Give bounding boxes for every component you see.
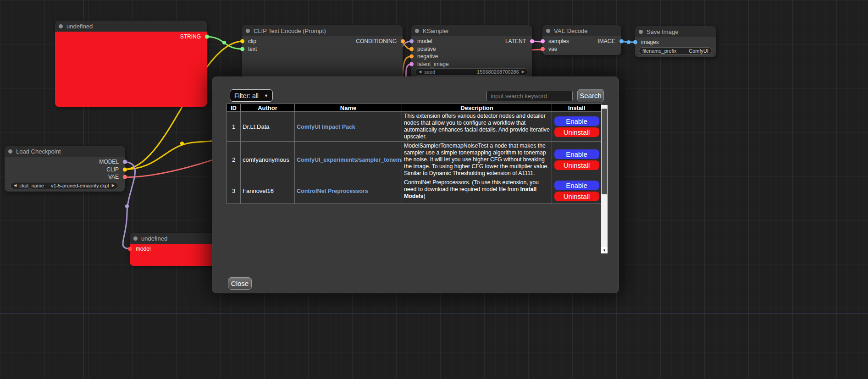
- input-label: latent_image: [417, 61, 449, 67]
- node-load-checkpoint[interactable]: Load Checkpoint MODEL CLIP VAE ◀ ckpt_na…: [5, 146, 125, 192]
- table-row: 2 comfyanonymous ComfyUI_experiments/sam…: [227, 142, 602, 178]
- node-undefined-bottom[interactable]: undefined model: [130, 233, 221, 266]
- input-label: negative: [417, 53, 438, 60]
- enable-button[interactable]: Enable: [554, 116, 599, 126]
- output-label: STRING: [180, 33, 201, 40]
- seed-widget[interactable]: ◀ seed 156680208700286 ▶: [415, 68, 528, 76]
- comfyui-canvas[interactable]: undefined STRING CLIP Text Encode (Promp…: [0, 0, 868, 379]
- node-title: undefined: [141, 235, 167, 242]
- row-author: Fannovel16: [241, 178, 295, 204]
- filename-prefix-value: ComfyUI: [689, 48, 708, 54]
- search-button[interactable]: Search: [577, 89, 604, 102]
- input-label: positive: [417, 46, 436, 52]
- filter-select[interactable]: Filter: all: [230, 89, 273, 102]
- node-title-bar[interactable]: VAE Decode: [542, 25, 621, 36]
- input-slot-text: text: [242, 45, 403, 53]
- latent-image-input-dot[interactable]: [409, 62, 414, 66]
- decrement-arrow-icon[interactable]: ◀: [419, 70, 421, 74]
- positive-input-dot[interactable]: [409, 47, 414, 51]
- node-vae-decode[interactable]: VAE Decode samples vae IMAGE: [542, 25, 621, 55]
- row-description: This extension offers various detector n…: [402, 112, 552, 142]
- table-scrollbar[interactable]: ▼: [601, 105, 608, 253]
- input-label: text: [248, 46, 257, 52]
- extension-link[interactable]: ControlNet Preprocessors: [297, 188, 368, 194]
- custom-nodes-manager-dialog: Filter: all ▼ Search ID Author Name Desc…: [212, 77, 619, 293]
- clip-output-dot[interactable]: [123, 167, 127, 171]
- node-title-bar[interactable]: undefined: [130, 233, 221, 244]
- output-slot-vae: VAE: [5, 173, 125, 181]
- collapse-dot-icon[interactable]: [639, 30, 643, 34]
- collapse-dot-icon[interactable]: [246, 29, 250, 33]
- uninstall-button[interactable]: Uninstall: [554, 160, 599, 170]
- column-header-id: ID: [227, 104, 241, 112]
- input-label: vae: [548, 46, 557, 52]
- close-button[interactable]: Close: [228, 277, 252, 290]
- filter-select-wrap: Filter: all ▼: [230, 89, 273, 102]
- column-header-author: Author: [241, 104, 295, 112]
- node-ksampler[interactable]: KSampler model positive negative latent_…: [411, 25, 532, 82]
- node-title-bar[interactable]: KSampler: [411, 25, 532, 36]
- enable-button[interactable]: Enable: [554, 149, 599, 159]
- text-input-dot[interactable]: [240, 47, 244, 51]
- increment-arrow-icon[interactable]: ▶: [522, 70, 525, 74]
- column-header-description: Description: [402, 104, 552, 112]
- uninstall-button[interactable]: Uninstall: [554, 192, 599, 201]
- node-title-bar[interactable]: Save Image: [635, 26, 716, 37]
- node-title-bar[interactable]: Load Checkpoint: [5, 146, 125, 157]
- collapse-dot-icon[interactable]: [133, 236, 138, 241]
- model-input-dot[interactable]: [128, 247, 132, 251]
- output-label: LATENT: [505, 38, 526, 44]
- filename-prefix-label: filename_prefix: [642, 48, 677, 54]
- node-undefined-top[interactable]: undefined STRING: [55, 21, 207, 107]
- output-label: CLIP: [106, 166, 119, 173]
- extension-link[interactable]: ComfyUI Impact Pack: [297, 124, 355, 130]
- row-id: 3: [227, 178, 241, 204]
- extension-link[interactable]: ComfyUI_experiments/sampler_tonemap: [297, 157, 402, 163]
- string-output-dot[interactable]: [205, 35, 209, 39]
- scrollbar-thumb[interactable]: [602, 109, 607, 194]
- prev-arrow-icon[interactable]: ◀: [14, 184, 17, 187]
- seed-value: 156680208700286: [477, 69, 519, 75]
- enable-button[interactable]: Enable: [554, 181, 599, 190]
- node-title: undefined: [66, 23, 93, 30]
- filename-prefix-widget[interactable]: filename_prefix ComfyUI: [639, 47, 712, 55]
- collapse-dot-icon[interactable]: [415, 29, 419, 33]
- ckpt-name-widget[interactable]: ◀ ckpt_name v1-5-pruned-emaonly.ckpt ▶: [10, 182, 118, 189]
- negative-input-dot[interactable]: [409, 55, 414, 59]
- column-header-name: Name: [295, 104, 402, 112]
- arrow-down-icon: ▼: [603, 248, 606, 253]
- wire-midpoint-dot: [627, 40, 630, 44]
- input-slot-latent-image: latent_image: [411, 60, 532, 68]
- wire-midpoint-dot: [222, 41, 226, 44]
- collapse-dot-icon[interactable]: [546, 29, 550, 33]
- input-slot-model: model: [130, 245, 221, 253]
- output-label: MODEL: [99, 159, 119, 165]
- model-output-dot[interactable]: [123, 160, 127, 164]
- collapse-dot-icon[interactable]: [59, 24, 63, 28]
- node-title: Load Checkpoint: [16, 148, 61, 155]
- node-body: model: [130, 244, 221, 266]
- column-header-install: Install: [552, 104, 602, 112]
- scroll-down-button[interactable]: ▼: [601, 247, 608, 253]
- ckpt-name-value: v1-5-pruned-emaonly.ckpt: [51, 183, 109, 188]
- node-save-image[interactable]: Save Image images filename_prefix ComfyU…: [635, 26, 716, 57]
- output-slot-model: MODEL: [5, 158, 125, 166]
- output-slot-clip: CLIP: [5, 166, 125, 174]
- conditioning-output-dot[interactable]: [401, 39, 405, 44]
- input-slot-images: images: [635, 38, 716, 46]
- image-output-dot[interactable]: [619, 39, 624, 44]
- vae-output-dot[interactable]: [123, 175, 127, 179]
- uninstall-button[interactable]: Uninstall: [554, 127, 599, 137]
- collapse-dot-icon[interactable]: [8, 149, 12, 154]
- row-description: ModelSamplerTonemapNoiseTest a node that…: [402, 142, 552, 178]
- node-title-bar[interactable]: undefined: [55, 21, 207, 32]
- row-author: comfyanonymous: [241, 142, 295, 178]
- search-input[interactable]: [487, 91, 573, 101]
- next-arrow-icon[interactable]: ▶: [112, 184, 115, 187]
- vae-input-dot[interactable]: [541, 47, 545, 51]
- input-label: images: [641, 39, 659, 45]
- output-label: CONDITIONING: [356, 38, 397, 44]
- node-title-bar[interactable]: CLIP Text Encode (Prompt): [242, 25, 403, 36]
- images-input-dot[interactable]: [633, 40, 637, 44]
- latent-output-dot[interactable]: [530, 39, 534, 44]
